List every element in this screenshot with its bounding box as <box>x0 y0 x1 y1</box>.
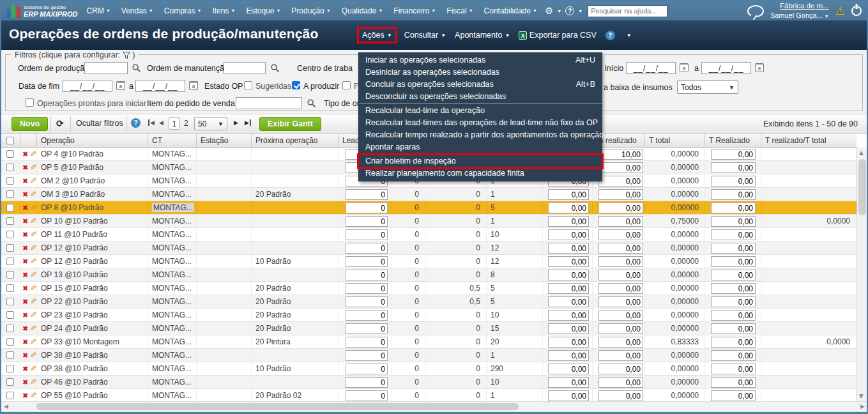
delete-icon[interactable]: ✖ <box>22 177 28 185</box>
edit-icon[interactable]: ✎ <box>30 378 36 387</box>
lead-time-input[interactable] <box>346 283 388 294</box>
qtde-input[interactable] <box>548 243 589 254</box>
last-page-icon[interactable]: ▶ <box>245 119 251 126</box>
menu-item-apontar-aparas[interactable]: Apontar aparas <box>359 141 602 153</box>
delete-icon[interactable]: ✖ <box>22 257 28 266</box>
lead-time-input[interactable] <box>346 364 388 374</box>
qtde-input[interactable] <box>548 337 589 348</box>
gear-caret-icon[interactable]: ▼ <box>557 9 561 13</box>
row-checkbox[interactable] <box>6 392 14 399</box>
scroll-down-icon[interactable]: ▼ <box>859 393 864 399</box>
row-checkbox[interactable] <box>6 231 14 238</box>
header-proxima[interactable]: Próxima operação <box>252 134 339 147</box>
t-realizado-input[interactable] <box>711 176 756 187</box>
t-realizado-input[interactable] <box>711 270 756 280</box>
delete-icon[interactable]: ✖ <box>22 150 28 158</box>
edit-icon[interactable]: ✎ <box>30 190 36 199</box>
page-size-select[interactable]: 50▼ <box>194 117 227 130</box>
realizado-input[interactable] <box>598 256 643 267</box>
edit-icon[interactable]: ✎ <box>30 176 36 185</box>
top-menu-vendas[interactable]: Vendas▼ <box>121 6 153 15</box>
t-realizado-input[interactable] <box>711 337 756 348</box>
delete-icon[interactable]: ✖ <box>22 392 28 400</box>
table-row[interactable]: ✖✎OP 8 @10 PadrãoMONTAG...0050,00000 <box>1 201 857 215</box>
search-icon[interactable] <box>307 98 316 110</box>
realizado-input[interactable] <box>598 176 643 187</box>
delete-icon[interactable]: ✖ <box>22 378 28 387</box>
row-checkbox[interactable] <box>6 338 14 346</box>
edit-icon[interactable]: ✎ <box>30 351 36 360</box>
data-inicio-ate-input[interactable] <box>701 62 751 74</box>
delete-icon[interactable]: ✖ <box>22 351 28 360</box>
realizado-input[interactable] <box>598 243 643 254</box>
t-realizado-input[interactable] <box>711 162 756 173</box>
ocultar-filtros-button[interactable]: Ocultar filtros <box>76 119 123 128</box>
edit-icon[interactable]: ✎ <box>30 297 36 306</box>
edit-icon[interactable]: ✎ <box>30 217 36 226</box>
table-row[interactable]: ✖✎OP 12 @10 PadrãoMONTAG...10 Padrão0012… <box>1 255 857 268</box>
realizado-input[interactable] <box>598 377 643 388</box>
search-icon[interactable] <box>132 63 141 75</box>
next-page-icon[interactable]: ▶ <box>234 119 238 126</box>
row-checkbox[interactable] <box>6 298 14 305</box>
top-menu-compras[interactable]: Compras▼ <box>164 6 202 15</box>
table-row[interactable]: ✖✎OP 38 @10 PadrãoMONTAG...0010,00000 <box>1 349 857 362</box>
table-row[interactable]: ✖✎OP 22 @10 PadrãoMONTAG...20 Padrão00,5… <box>1 295 857 309</box>
table-row[interactable]: ✖✎OP 10 @10 PadrãoMONTAG...0010,750000,0… <box>1 215 857 228</box>
qtde-input[interactable] <box>548 390 589 401</box>
edit-icon[interactable]: ✎ <box>30 230 36 239</box>
exibir-gantt-button[interactable]: Exibir Gantt <box>259 117 321 131</box>
qtde-input[interactable] <box>548 189 589 200</box>
row-checkbox[interactable] <box>6 351 14 359</box>
ordem-producao-input[interactable] <box>84 62 128 74</box>
lead-time-input[interactable] <box>346 229 388 240</box>
realizado-input[interactable] <box>598 390 643 401</box>
fechadas-checkbox[interactable] <box>342 81 351 89</box>
lead-time-input[interactable] <box>346 337 388 348</box>
top-menu-qualidade[interactable]: Qualidade▼ <box>342 6 383 15</box>
scroll-left-icon[interactable]: ◀ <box>4 403 8 410</box>
realizado-input[interactable] <box>598 323 643 334</box>
lead-time-input[interactable] <box>346 216 388 227</box>
delete-icon[interactable]: ✖ <box>22 244 28 252</box>
title-more-caret-icon[interactable]: ▼ <box>624 31 632 40</box>
delete-icon[interactable]: ✖ <box>22 298 28 306</box>
t-realizado-input[interactable] <box>711 296 756 307</box>
delete-icon[interactable]: ✖ <box>22 311 28 319</box>
row-checkbox[interactable] <box>6 378 14 386</box>
realizado-input[interactable] <box>598 189 643 200</box>
delete-icon[interactable]: ✖ <box>22 325 28 333</box>
filters-legend[interactable]: Filtros (clique para configurar: ) <box>11 50 138 59</box>
edit-icon[interactable]: ✎ <box>30 324 36 333</box>
t-realizado-input[interactable] <box>711 350 756 361</box>
realizado-input[interactable] <box>598 270 643 280</box>
baixa-insumos-select[interactable]: Todos▼ <box>677 80 738 94</box>
realizado-input[interactable] <box>598 203 643 213</box>
top-menu-estoque[interactable]: Estoque▼ <box>246 6 280 15</box>
qtde-input[interactable] <box>548 364 589 374</box>
refresh-icon[interactable]: ⟳ <box>56 118 64 128</box>
menu-item-recalcular-lead-times-das-opera-es-de-le[interactable]: Recalcular lead-times das operações de l… <box>359 117 602 129</box>
data-fim-de-input[interactable] <box>63 80 112 92</box>
qtde-input[interactable] <box>548 296 589 307</box>
toolbar-help-icon[interactable]: ? <box>131 118 141 128</box>
export-csv-button[interactable]: X Exportar para CSV <box>519 31 596 40</box>
page-2-link[interactable]: 2 <box>184 119 188 128</box>
row-checkbox[interactable] <box>6 244 14 252</box>
power-icon[interactable] <box>851 6 862 16</box>
top-menu-itens[interactable]: Itens▼ <box>212 6 235 15</box>
edit-icon[interactable]: ✎ <box>30 364 36 373</box>
lead-time-input[interactable] <box>346 270 388 280</box>
realizado-input[interactable] <box>598 350 643 361</box>
realizado-input[interactable] <box>598 149 643 160</box>
ordem-manutencao-input[interactable] <box>224 62 266 74</box>
qtde-input[interactable] <box>548 310 589 321</box>
lead-time-input[interactable] <box>346 350 388 361</box>
edit-icon[interactable]: ✎ <box>30 284 36 293</box>
table-row[interactable]: ✖✎OP 23 @10 PadrãoMONTAG...20 Padrão0010… <box>1 309 857 322</box>
first-page-icon[interactable]: ◀ <box>148 119 155 126</box>
menu-item-realizar-planejamento-com-capacidade-fin[interactable]: Realizar planejamento com capacidade fin… <box>359 167 602 180</box>
realizado-input[interactable] <box>598 162 643 173</box>
table-row[interactable]: ✖✎OP 12 @10 PadrãoMONTAG...00120,00000 <box>1 241 857 255</box>
table-row[interactable]: ✖✎OP 46 @10 PadrãoMONTAG...00100,00000 <box>1 376 857 389</box>
